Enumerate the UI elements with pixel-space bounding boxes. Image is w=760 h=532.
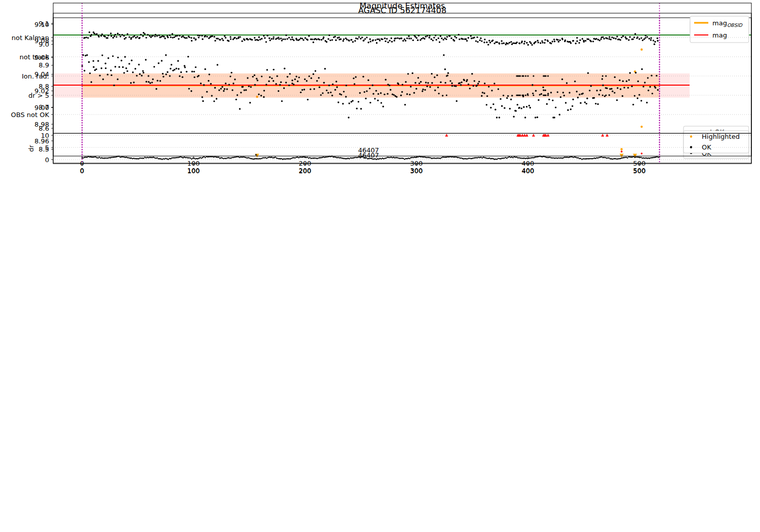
dr-trace-point (187, 157, 189, 159)
dr-trace-point (282, 159, 284, 160)
dr-trace-point (626, 157, 627, 158)
dr-trace-point (580, 158, 582, 159)
dr-trace-point (639, 157, 640, 159)
dr-trace-point (543, 156, 545, 157)
dr-axis-label: dr (27, 145, 35, 152)
dr-trace-point (603, 157, 605, 159)
dr-trace-point (627, 157, 628, 159)
dr-trace-point (529, 158, 531, 159)
dr-trace-point (440, 158, 441, 159)
dr-trace-point (174, 157, 175, 159)
dr-trace-point (486, 158, 488, 159)
dr-trace-point (260, 158, 261, 160)
dr-trace-point (365, 158, 366, 159)
dr-trace-point (410, 157, 411, 159)
dr-trace-point (435, 158, 436, 159)
dr-trace-point (506, 158, 508, 159)
dr-trace-point (431, 158, 433, 159)
dr-trace-point (480, 157, 482, 158)
dr-not-ok-point (641, 153, 643, 155)
dr-trace-point (520, 158, 521, 159)
dr-trace-point (512, 157, 514, 159)
dr-trace-point (128, 157, 130, 159)
dr-trace-point (505, 157, 507, 159)
dr-trace-point (137, 158, 138, 160)
dr-tick-label: 10 (41, 132, 49, 139)
dr-trace-point (553, 157, 554, 159)
dr-trace-point (202, 157, 204, 159)
dr-trace-point (320, 157, 322, 159)
dr-trace-point (464, 158, 466, 160)
dr-tick-label: 0 (45, 156, 49, 164)
dr-trace-point (500, 158, 502, 160)
dr-trace-point (441, 157, 442, 159)
dr-trace-point (587, 158, 589, 160)
dr-trace-point (648, 158, 649, 159)
dr-trace-point (165, 158, 167, 159)
dr-trace-point (139, 158, 141, 159)
dr-clipped-triangle (445, 134, 448, 137)
dr-trace-point (244, 157, 245, 158)
dr-trace-point (248, 157, 249, 159)
dr-trace-point (223, 158, 224, 160)
dr-trace-point (490, 158, 491, 160)
dr-trace-point (451, 156, 452, 158)
dr-trace-point (448, 157, 450, 158)
dr-trace-point (408, 158, 409, 159)
dr-trace-point (91, 157, 93, 158)
dr-trace-point (219, 158, 221, 159)
x-tick-label: 100 (187, 167, 200, 175)
dr-trace-point (163, 158, 164, 160)
dr-trace-point (563, 157, 564, 159)
dr-tick-label: 5 (45, 144, 49, 151)
dr-trace-point (522, 158, 524, 159)
dr-trace-point (421, 156, 423, 158)
dr-trace-point (363, 158, 365, 159)
dr-trace-point (630, 157, 632, 158)
dr-trace-point (538, 156, 540, 158)
dr-trace-point (621, 158, 622, 159)
dr-trace-point (429, 157, 430, 159)
dr-trace-point (405, 158, 407, 160)
dr-trace-point (503, 158, 504, 159)
dr-trace-point (291, 158, 292, 159)
dr-trace-point (654, 157, 656, 158)
dr-trace-point (176, 157, 178, 159)
dr-trace-point (597, 157, 599, 159)
dr-trace-point (591, 158, 593, 160)
dr-trace-point (153, 157, 155, 158)
dr-trace-point (89, 156, 90, 158)
dr-trace-point (116, 156, 118, 158)
dr-trace-point (323, 157, 324, 158)
dr-trace-point (183, 157, 185, 158)
dr-trace-point (424, 157, 425, 158)
dr-trace-point (602, 157, 604, 159)
dr-trace-point (226, 157, 228, 159)
flag-events-point (533, 75, 534, 77)
dr-trace-point (585, 158, 587, 160)
dr-trace-point (246, 158, 248, 159)
dr-clipped-red-markers (445, 134, 609, 137)
dr-trace-point (531, 157, 533, 159)
dr-trace-point (351, 158, 353, 159)
dr-trace-point (584, 158, 585, 160)
dr-trace-point (195, 158, 196, 160)
dr-trace-point (325, 157, 327, 158)
dr-trace-point (306, 157, 307, 159)
dr-trace-point (467, 158, 468, 160)
dr-trace-point (569, 157, 571, 158)
dr-trace-point (595, 158, 596, 159)
x-tick-label: 300 (410, 167, 423, 175)
flag-events-point (519, 94, 521, 96)
dr-trace-point (222, 158, 223, 159)
dr-trace-point (629, 157, 631, 158)
dr-trace-point (511, 157, 513, 158)
dr-trace-point (181, 157, 183, 158)
dr-trace-point (461, 158, 462, 159)
dr-trace-point (272, 157, 274, 159)
dr-trace-point (251, 158, 253, 160)
dr-trace-point (417, 157, 419, 158)
dr-trace-point (356, 157, 358, 159)
dr-trace-point (305, 157, 306, 158)
dr-trace-point (307, 157, 308, 158)
